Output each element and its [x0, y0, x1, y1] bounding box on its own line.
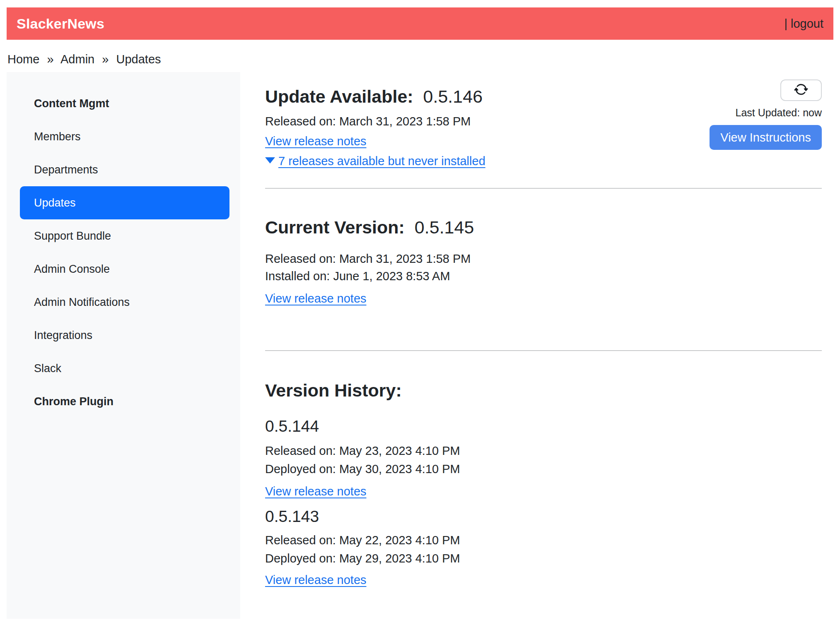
update-available-title: Update Available: — [265, 87, 413, 106]
history-entry: 0.5.143 Released on: May 22, 2023 4:10 P… — [265, 507, 822, 586]
current-released-on: Released on: March 31, 2023 1:58 PM — [265, 252, 822, 265]
last-updated-label: Last Updated: now — [736, 107, 822, 118]
history-release-notes-link[interactable]: View release notes — [265, 574, 367, 586]
main-panel: Update Available: 0.5.146 Released on: M… — [240, 72, 833, 586]
sidebar-item-departments[interactable]: Departments — [7, 153, 240, 186]
sidebar-item-members[interactable]: Members — [7, 120, 240, 153]
current-version-number: 0.5.145 — [415, 217, 474, 237]
current-version-title: Current Version: — [265, 217, 405, 237]
sidebar-item-admin-console[interactable]: Admin Console — [7, 252, 240, 286]
pending-releases-row: 7 releases available but never installed — [265, 155, 485, 167]
app-header: SlackerNews | logout — [7, 7, 833, 40]
update-released-on: Released on: March 31, 2023 1:58 PM — [265, 115, 485, 127]
breadcrumb-separator: » — [47, 53, 53, 66]
view-instructions-button[interactable]: View Instructions — [710, 125, 822, 150]
history-released-on: Released on: May 23, 2023 4:10 PM — [265, 445, 822, 457]
history-release-notes-link[interactable]: View release notes — [265, 485, 367, 498]
admin-sidebar: Content Mgmt Members Departments Updates… — [7, 72, 240, 619]
logout-link[interactable]: | logout — [784, 17, 823, 31]
current-version-section: Current Version: 0.5.145 Released on: Ma… — [265, 189, 822, 305]
version-history-heading: Version History: — [265, 380, 822, 401]
history-deployed-on: Deployed on: May 30, 2023 4:10 PM — [265, 463, 822, 475]
sidebar-item-support-bundle[interactable]: Support Bundle — [7, 219, 240, 252]
version-history-section: Version History: 0.5.144 Released on: Ma… — [265, 351, 822, 586]
sidebar-item-content-mgmt[interactable]: Content Mgmt — [7, 87, 240, 120]
refresh-button[interactable] — [780, 79, 822, 101]
sidebar-item-admin-notifications[interactable]: Admin Notifications — [7, 286, 240, 319]
update-available-left: Update Available: 0.5.146 Released on: M… — [265, 86, 485, 167]
update-release-notes-link[interactable]: View release notes — [265, 135, 367, 147]
current-installed-on: Installed on: June 1, 2023 8:53 AM — [265, 270, 822, 282]
content-row: Content Mgmt Members Departments Updates… — [7, 72, 833, 619]
update-meta-column: Last Updated: now View Instructions — [710, 86, 822, 150]
update-release-notes-row: View release notes — [265, 135, 485, 147]
current-release-notes-link[interactable]: View release notes — [265, 292, 367, 305]
sidebar-item-integrations[interactable]: Integrations — [7, 319, 240, 352]
current-version-heading: Current Version: 0.5.145 — [265, 217, 822, 238]
breadcrumb-separator: » — [102, 53, 109, 66]
sidebar-item-chrome-plugin[interactable]: Chrome Plugin — [7, 385, 240, 418]
history-entry: 0.5.144 Released on: May 23, 2023 4:10 P… — [265, 417, 822, 498]
breadcrumb: Home » Admin » Updates — [7, 40, 833, 70]
breadcrumb-home[interactable]: Home — [7, 53, 39, 66]
update-available-heading: Update Available: 0.5.146 — [265, 86, 485, 107]
update-available-version: 0.5.146 — [423, 87, 483, 106]
caret-down-icon — [265, 157, 275, 163]
pending-releases-link[interactable]: 7 releases available but never installed — [278, 155, 485, 167]
breadcrumb-admin[interactable]: Admin — [60, 53, 94, 66]
history-deployed-on: Deployed on: May 29, 2023 4:10 PM — [265, 552, 822, 565]
history-version: 0.5.143 — [265, 507, 822, 526]
brand-logo[interactable]: SlackerNews — [17, 16, 104, 32]
history-version: 0.5.144 — [265, 417, 822, 435]
sidebar-item-updates[interactable]: Updates — [20, 186, 229, 219]
history-released-on: Released on: May 22, 2023 4:10 PM — [265, 534, 822, 546]
breadcrumb-updates[interactable]: Updates — [116, 53, 161, 66]
refresh-icon — [794, 82, 808, 98]
sidebar-item-slack[interactable]: Slack — [7, 352, 240, 385]
update-available-section: Update Available: 0.5.146 Released on: M… — [265, 86, 822, 167]
